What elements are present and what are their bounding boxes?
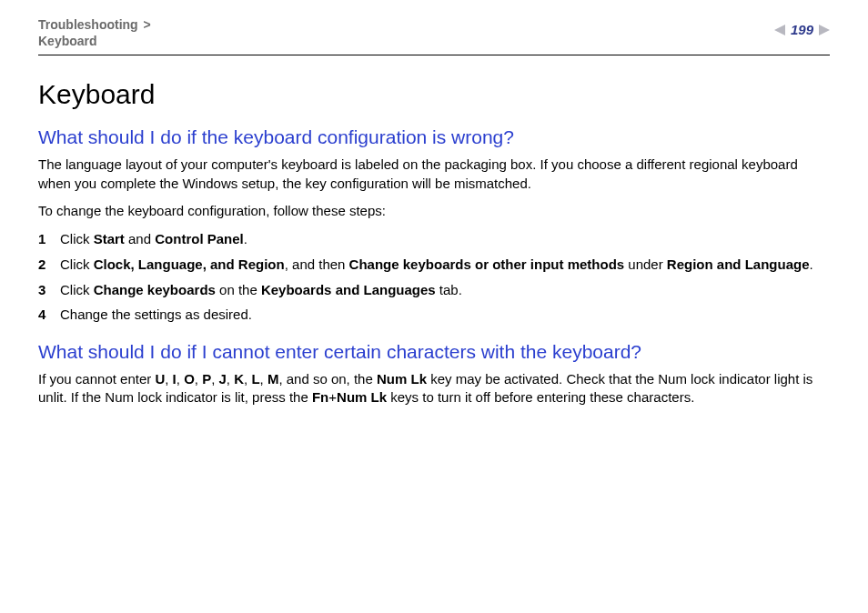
- breadcrumb: Troubleshooting > Keyboard: [38, 16, 155, 49]
- prev-page-icon[interactable]: [774, 25, 785, 35]
- step-item: 1 Click Start and Control Panel.: [38, 229, 830, 249]
- step-item: 2 Click Clock, Language, and Region, and…: [38, 255, 830, 275]
- page-number: 199: [791, 22, 813, 37]
- next-page-icon[interactable]: [819, 25, 830, 35]
- breadcrumb-current[interactable]: Keyboard: [38, 34, 97, 48]
- paragraph: If you cannot enter U, I, O, P, J, K, L,…: [38, 370, 830, 407]
- breadcrumb-parent[interactable]: Troubleshooting: [38, 17, 138, 32]
- step-number: 4: [38, 305, 60, 325]
- step-number: 3: [38, 280, 60, 300]
- page-navigation: 199: [774, 16, 830, 37]
- page-title: Keyboard: [38, 79, 830, 110]
- steps-list: 1 Click Start and Control Panel. 2 Click…: [38, 229, 830, 325]
- step-text: Click Start and Control Panel.: [60, 229, 830, 249]
- step-number: 2: [38, 255, 60, 275]
- header: Troubleshooting > Keyboard 199: [38, 16, 830, 55]
- step-text: Click Clock, Language, and Region, and t…: [60, 255, 830, 275]
- step-text: Click Change keyboards on the Keyboards …: [60, 280, 830, 300]
- step-item: 4 Change the settings as desired.: [38, 305, 830, 325]
- step-text: Change the settings as desired.: [60, 305, 830, 325]
- step-item: 3 Click Change keyboards on the Keyboard…: [38, 280, 830, 300]
- paragraph: The language layout of your computer's k…: [38, 156, 830, 193]
- section-heading-config: What should I do if the keyboard configu…: [38, 126, 830, 148]
- paragraph: To change the keyboard configuration, fo…: [38, 202, 830, 220]
- breadcrumb-separator: >: [144, 17, 151, 32]
- step-number: 1: [38, 229, 60, 249]
- section-heading-chars: What should I do if I cannot enter certa…: [38, 341, 830, 363]
